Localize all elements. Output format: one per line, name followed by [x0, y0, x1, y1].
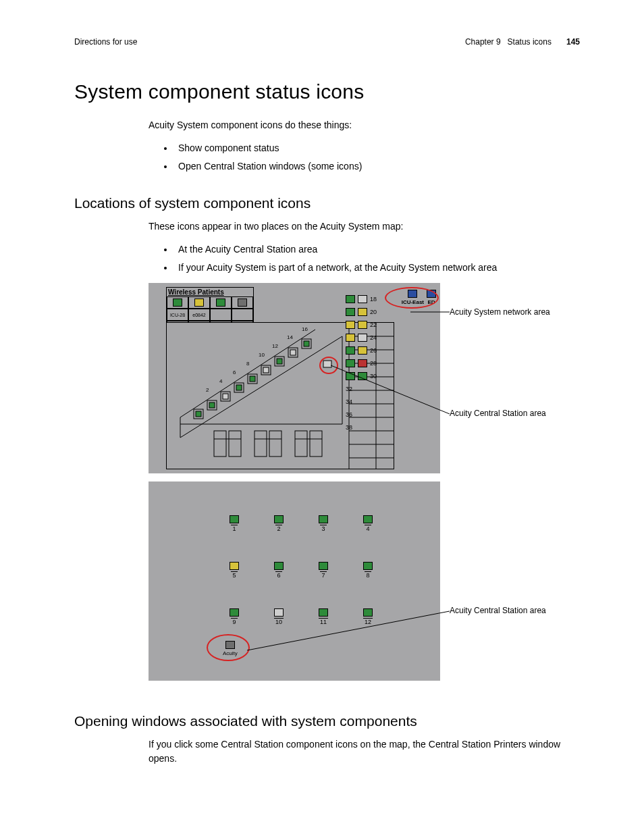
- station-icon: [274, 562, 284, 570]
- section-heading: Locations of system component icons: [74, 195, 580, 211]
- station-icon: [230, 608, 239, 617]
- page-number: 145: [566, 37, 580, 47]
- svg-rect-36: [277, 359, 282, 364]
- svg-rect-30: [196, 411, 201, 417]
- station-icon: [319, 562, 328, 570]
- intro-text: Acuity System component icons do these t…: [149, 118, 580, 132]
- page-header: Directions for use Chapter 9 Status icon…: [74, 37, 580, 47]
- svg-line-50: [247, 611, 450, 650]
- svg-text:6: 6: [233, 369, 236, 375]
- patient-label: e0842: [188, 309, 210, 321]
- patient-icon: [216, 298, 225, 307]
- svg-rect-32: [223, 394, 228, 399]
- station-icon: [319, 515, 328, 523]
- bullet-item: Open Central Station windows (some icons…: [174, 157, 580, 176]
- open-text: If you click some Central Station compon…: [149, 737, 580, 766]
- room-icon: [346, 321, 355, 329]
- station-icon: [230, 562, 239, 570]
- svg-text:14: 14: [287, 334, 293, 340]
- section-heading: Opening windows associated with system c…: [74, 713, 580, 729]
- svg-text:2: 2: [206, 387, 209, 393]
- wireless-patients-title: Wireless Patients: [167, 288, 253, 296]
- svg-text:12: 12: [272, 343, 278, 349]
- callout-central-2: Acuity Central Station area: [450, 606, 546, 615]
- station-icon: [363, 515, 373, 523]
- patient-icon: [173, 298, 182, 307]
- svg-rect-33: [236, 385, 242, 390]
- icon-grid: 1 2 3 4 5 6 7 8 9 10 11 12: [212, 515, 390, 625]
- room-icon: [346, 295, 355, 303]
- intro-bullets: Show component status Open Central Stati…: [149, 139, 580, 175]
- bullet-item: If your Acuity System is part of a netwo…: [174, 259, 580, 277]
- svg-rect-31: [209, 402, 215, 408]
- room-icon: [358, 295, 367, 303]
- header-left: Directions for use: [74, 37, 137, 47]
- station-icon: [363, 562, 373, 570]
- svg-rect-14: [254, 431, 267, 457]
- svg-rect-13: [229, 431, 241, 457]
- callout-central: Acuity Central Station area: [450, 409, 546, 418]
- callout-network: Acuity System network area: [450, 307, 550, 317]
- svg-rect-34: [250, 376, 255, 382]
- loc-bullets: At the Acuity Central Station area If yo…: [149, 240, 580, 276]
- patient-icon: [238, 298, 247, 307]
- network-area-highlight: [385, 287, 439, 309]
- room-icon: [358, 346, 367, 355]
- loc-intro: These icons appear in two places on the …: [149, 219, 580, 234]
- svg-text:4: 4: [219, 378, 223, 384]
- header-right: Chapter 9 Status icons 145: [465, 37, 580, 47]
- station-icon: [274, 515, 284, 523]
- figure-1-wrap: Wireless Patients ICU-28 e0842: [149, 283, 580, 473]
- svg-rect-15: [269, 431, 281, 457]
- acuity-highlight: [207, 634, 250, 661]
- svg-rect-16: [295, 431, 307, 457]
- figure-2-wrap: 1 2 3 4 5 6 7 8 9 10 11 12 Acuity: [149, 481, 580, 681]
- room-icon: [346, 346, 355, 355]
- bullet-item: At the Acuity Central Station area: [174, 240, 580, 259]
- svg-rect-12: [214, 431, 226, 457]
- bullet-item: Show component status: [174, 139, 580, 157]
- svg-rect-38: [304, 341, 309, 346]
- room-icon: [346, 308, 355, 316]
- header-section: Status icons: [508, 37, 552, 47]
- page-title: System component status icons: [74, 80, 580, 103]
- svg-text:16: 16: [302, 326, 308, 332]
- svg-line-49: [331, 365, 450, 414]
- svg-rect-35: [263, 367, 269, 373]
- room-icon: [346, 334, 355, 342]
- svg-rect-17: [310, 431, 322, 457]
- svg-text:8: 8: [246, 361, 250, 367]
- room-icon: [358, 321, 367, 329]
- patient-icon: [194, 298, 204, 307]
- header-chapter: Chapter 9: [465, 37, 501, 47]
- patient-label: ICU-28: [167, 309, 188, 321]
- room-icon: [358, 308, 367, 316]
- svg-text:10: 10: [259, 352, 265, 358]
- station-icon: [230, 515, 239, 523]
- room-icon: [358, 334, 367, 342]
- svg-rect-37: [290, 350, 296, 355]
